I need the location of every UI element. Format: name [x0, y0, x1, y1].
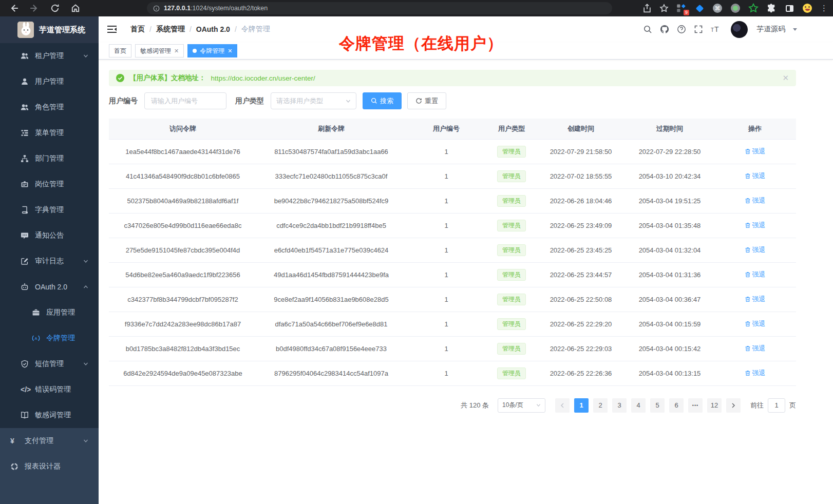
sidebar-item-dict[interactable]: 字典管理	[0, 197, 99, 223]
extension-sidepanel-icon[interactable]	[784, 3, 794, 13]
tab-close-icon[interactable]: ✕	[228, 48, 232, 54]
extension-puzzle-icon[interactable]	[766, 3, 777, 13]
sidebar-item-sensitive-word[interactable]: 敏感词管理	[0, 402, 99, 428]
force-logout-button[interactable]: 强退	[745, 270, 766, 279]
tab-home[interactable]: 首页	[109, 44, 131, 57]
browser-forward-icon[interactable]	[30, 4, 39, 13]
search-button[interactable]: 搜索	[363, 92, 402, 109]
sidebar-collapse-icon[interactable]	[107, 24, 117, 34]
doc-alert: 【用户体系】文档地址： https://doc.iocoder.cn/user-…	[109, 70, 796, 86]
alert-doc-link[interactable]: https://doc.iocoder.cn/user-center/	[211, 74, 315, 82]
search-icon	[371, 98, 377, 104]
sidebar-item-sms[interactable]: 短信管理	[0, 351, 99, 377]
page-ellipsis-button[interactable]: •••	[688, 398, 703, 413]
sidebar-item-oauth2[interactable]: OAuth 2.0	[0, 274, 99, 300]
force-logout-button[interactable]: 强退	[745, 369, 766, 378]
help-icon[interactable]	[677, 25, 686, 34]
bookmark-star-icon[interactable]	[659, 4, 669, 13]
profile-avatar-icon[interactable]	[802, 3, 812, 13]
extension-gem-icon[interactable]	[694, 3, 705, 13]
sidebar-item-post[interactable]: 岗位管理	[0, 171, 99, 197]
page-button-5[interactable]: 5	[650, 398, 665, 413]
force-logout-button[interactable]: 强退	[745, 319, 766, 328]
tab-token[interactable]: 令牌管理✕	[187, 44, 237, 57]
postcard-icon	[21, 180, 29, 188]
breadcrumb-item[interactable]: 系统管理	[156, 25, 185, 34]
browser-reload-icon[interactable]	[50, 4, 60, 13]
search-icon[interactable]	[643, 25, 652, 34]
breadcrumb-item[interactable]: 首页	[130, 25, 145, 34]
force-logout-button[interactable]: 强退	[745, 221, 766, 230]
shield-icon	[21, 360, 29, 368]
goto-page-input[interactable]	[768, 398, 785, 413]
browser-home-icon[interactable]	[71, 4, 80, 13]
page-button-1[interactable]: 1	[574, 398, 589, 413]
dictbook-icon	[21, 206, 29, 214]
browser-menu-icon[interactable]: ⋮	[820, 6, 828, 11]
topbar: 首页/系统管理/OAuth 2.0/令牌管理 TT 芋道源码	[99, 16, 833, 42]
openbook-icon	[21, 411, 29, 419]
user-id-input[interactable]	[144, 92, 226, 109]
cell-created: 2022-06-25 22:29:03	[536, 336, 626, 361]
goto-suffix: 页	[789, 401, 796, 410]
sidebar-item-audit-log[interactable]: 审计日志	[0, 248, 99, 274]
prev-page-button[interactable]	[555, 398, 570, 413]
force-logout-button[interactable]: 强退	[745, 245, 766, 255]
delete-icon	[745, 345, 751, 352]
table-row: f9336e7c7dd242a283ee98dc86b17a87dfa6c71a…	[109, 312, 796, 336]
cell-user_id: 1	[406, 336, 487, 361]
sidebar-item-oauth2-token[interactable]: A令牌管理	[0, 325, 99, 351]
sidebar-item-dept[interactable]: 部门管理	[0, 146, 99, 171]
sidebar-item-user[interactable]: 用户管理	[0, 69, 99, 94]
sidebar-item-error-code[interactable]: </>错误码管理	[0, 377, 99, 402]
github-icon[interactable]	[660, 25, 669, 34]
column-header-access: 访问令牌	[109, 119, 257, 139]
next-page-button[interactable]	[726, 398, 741, 413]
user-type-select[interactable]: 请选择用户类型	[271, 92, 356, 109]
user-menu-caret-icon[interactable]	[793, 28, 797, 33]
sidebar-item-oauth2-app[interactable]: 应用管理	[0, 300, 99, 325]
page-button-12[interactable]: 12	[707, 398, 722, 413]
reset-button[interactable]: 重置	[407, 92, 446, 109]
page-button-6[interactable]: 6	[669, 398, 684, 413]
sidebar-item-menu[interactable]: 菜单管理	[0, 120, 99, 146]
fullscreen-icon[interactable]	[694, 25, 703, 34]
force-logout-button[interactable]: 强退	[745, 171, 766, 181]
force-logout-button[interactable]: 强退	[745, 344, 766, 353]
alert-close-icon[interactable]: ✕	[782, 73, 789, 83]
font-size-icon[interactable]: TT	[711, 25, 720, 34]
app-logo-bar[interactable]: 芋道管理系统	[0, 16, 99, 43]
page-size-select[interactable]: 10条/页	[498, 398, 545, 413]
cell-action: 强退	[714, 336, 796, 361]
tab-close-icon[interactable]: ✕	[174, 48, 179, 54]
delete-icon	[745, 222, 751, 228]
sidebar-item-notice[interactable]: 通知公告	[0, 223, 99, 248]
browser-back-icon[interactable]	[9, 4, 18, 13]
user-avatar[interactable]	[731, 21, 748, 38]
force-logout-button[interactable]: 强退	[745, 147, 766, 156]
sidebar-item-pay[interactable]: ¥支付管理	[0, 428, 99, 454]
breadcrumb-item[interactable]: OAuth 2.0	[196, 25, 230, 33]
sidebar-item-role[interactable]: 角色管理	[0, 94, 99, 120]
sidebar-item-report-designer[interactable]: 报表设计器	[0, 454, 99, 479]
force-logout-button[interactable]: 强退	[745, 196, 766, 205]
site-info-icon[interactable]	[153, 5, 160, 12]
page-button-4[interactable]: 4	[631, 398, 646, 413]
force-logout-button[interactable]: 强退	[745, 295, 766, 304]
user-id-label: 用户编号	[109, 96, 138, 106]
cell-access: f9336e7c7dd242a283ee98dc86b17a87	[109, 312, 257, 336]
delete-icon	[745, 272, 751, 278]
tab-sensitive-word[interactable]: 敏感词管理✕	[135, 44, 184, 57]
user-name[interactable]: 芋道源码	[756, 25, 785, 34]
extension-record-icon[interactable]	[730, 3, 741, 13]
extension-command-icon[interactable]: ⌘	[712, 3, 723, 13]
table-row: 41c41346a548490f9dc8b01c6bfe0865333ecfc7…	[109, 164, 796, 188]
page-button-2[interactable]: 2	[593, 398, 608, 413]
extension-star-icon[interactable]	[748, 3, 759, 13]
address-bar[interactable]: 127.0.0.1:1024/system/oauth2/token	[147, 2, 612, 14]
extension-grid-icon[interactable]: 9	[676, 3, 687, 13]
page-button-3[interactable]: 3	[612, 398, 627, 413]
sidebar-item-tenant[interactable]: 租户管理	[0, 43, 99, 69]
cell-access: 502375b8040a469a9b82188afdf6af1f	[109, 188, 257, 213]
share-icon[interactable]	[642, 4, 652, 13]
